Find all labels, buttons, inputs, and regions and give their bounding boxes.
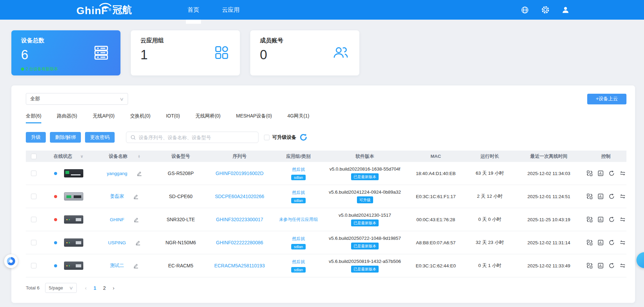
change-password-button[interactable]: 更改密码	[85, 132, 115, 143]
device-name-link[interactable]: USPING	[108, 240, 126, 245]
language-globe-icon[interactable]	[520, 6, 529, 14]
device-name-link[interactable]: 姜磊家	[110, 193, 124, 199]
sort-icon[interactable]: ▲▼	[138, 155, 140, 158]
stat-card-member-accounts[interactable]: 成员账号 0	[250, 30, 359, 75]
replace-device-icon[interactable]	[586, 170, 593, 177]
group-name[interactable]: 然后就	[292, 236, 305, 242]
reboot-icon[interactable]	[608, 170, 615, 177]
replace-device-icon[interactable]	[586, 239, 593, 246]
tab-4g-gateway[interactable]: 4G网关(1)	[287, 113, 309, 123]
group-name[interactable]: 然后就	[292, 259, 305, 265]
delete-unbind-button[interactable]: 删除/解绑	[50, 132, 81, 143]
table-row[interactable]: 测试二 EC-RACM5 ECRACM5A258110193 然后就 sdlan…	[26, 254, 626, 277]
serial-number-link[interactable]: GHINF02019916002D	[215, 171, 263, 176]
software-version: v5.0.build20220816-1638-55d704f	[329, 166, 400, 172]
row-checkbox[interactable]	[31, 194, 36, 199]
row-checkbox[interactable]	[31, 240, 36, 245]
device-name-link[interactable]: 测试二	[110, 263, 124, 269]
row-checkbox[interactable]	[31, 217, 36, 222]
reboot-icon[interactable]	[608, 263, 615, 269]
assistant-logo-icon	[7, 257, 15, 265]
transfer-icon[interactable]	[619, 193, 626, 200]
statistics-icon[interactable]	[597, 193, 604, 200]
tab-wireless-ap[interactable]: 无线AP(0)	[93, 113, 115, 123]
select-all-checkbox[interactable]	[31, 154, 36, 159]
group-tag: sdlan	[291, 198, 306, 203]
replace-device-icon[interactable]	[586, 216, 593, 223]
tab-iot[interactable]: IOT(0)	[166, 113, 180, 123]
stat-title: 成员账号	[260, 37, 350, 44]
floating-assistant-button[interactable]	[4, 254, 18, 268]
group-name[interactable]: 然后就	[292, 190, 305, 196]
software-version: v5.6.build20241224-0924-0b89a32	[329, 190, 401, 195]
table-row[interactable]: yanggang GS-R5208P GHINF02019916002D 然后就…	[26, 162, 626, 185]
replace-device-icon[interactable]	[586, 193, 593, 200]
software-version: v5.0.build20241230-1517	[339, 213, 391, 218]
edit-name-icon[interactable]	[133, 263, 139, 269]
transfer-icon[interactable]	[619, 239, 626, 246]
filter-caret-icon[interactable]: ∨	[80, 154, 84, 159]
tab-wireless-bridge[interactable]: 无线网桥(0)	[196, 113, 221, 123]
last-offline-time: 2025-12-02 11:34:03	[512, 171, 585, 176]
edit-name-icon[interactable]	[133, 193, 139, 199]
device-name-link[interactable]: yanggang	[107, 171, 127, 176]
table-row[interactable]: GHINF SNR320-LTE GHINF320223300017 未参与任何…	[26, 208, 626, 231]
floating-service-button-clipped[interactable]	[636, 252, 644, 268]
tab-meshap[interactable]: MESHAP设备(0)	[236, 113, 272, 123]
category-dropdown[interactable]: 全部 ∨	[26, 93, 128, 105]
upgrade-button[interactable]: 升级	[26, 132, 46, 143]
uptime: 63 天 19 小时	[467, 170, 512, 176]
reboot-icon[interactable]	[608, 216, 615, 223]
upgradable-filter: 可升级设备	[264, 133, 308, 142]
user-account-icon[interactable]	[561, 6, 570, 14]
row-checkbox[interactable]	[31, 171, 36, 176]
edit-name-icon[interactable]	[135, 239, 141, 246]
stat-card-cloud-app-groups[interactable]: 云应用组 1	[131, 30, 240, 75]
table-row[interactable]: 姜磊家 SD-CPE60 SDCPE60A241020266 然后就 sdlan…	[26, 185, 626, 208]
transfer-icon[interactable]	[619, 170, 626, 177]
page-button-1[interactable]: 1	[94, 285, 96, 291]
software-version: v5.6.build20250722-1048-9d19857	[329, 236, 401, 241]
serial-number-link[interactable]: SDCPE60A241020266	[215, 194, 264, 199]
row-checkbox[interactable]	[31, 263, 36, 268]
page-size-select[interactable]: 5/page ∨	[45, 283, 77, 293]
serial-number-link[interactable]: GHINF022222280086	[216, 240, 263, 245]
stat-card-total-devices[interactable]: 设备总数 6 2 台设备有新版本	[11, 30, 120, 75]
new-version-note: 2 台设备有新版本	[21, 66, 58, 72]
nav-tab-cloud-app[interactable]: 云应用	[222, 0, 240, 20]
upgradable-checkbox[interactable]	[264, 135, 270, 140]
mac-address: A8:B8:E0:07:A6:57	[404, 240, 467, 245]
statistics-icon[interactable]	[597, 170, 604, 177]
group-name[interactable]: 未参与任何云应用组	[279, 217, 318, 223]
settings-gear-icon[interactable]	[541, 6, 550, 14]
reboot-icon[interactable]	[608, 193, 615, 200]
nav-icon-group	[520, 0, 570, 20]
statistics-icon[interactable]	[597, 216, 604, 223]
page-button-2[interactable]: 2	[103, 285, 106, 291]
edit-name-icon[interactable]	[136, 170, 142, 176]
device-model: NGR-N150M6	[154, 240, 208, 245]
tab-switch[interactable]: 交换机(0)	[130, 113, 150, 123]
statistics-icon[interactable]	[597, 239, 604, 246]
table-row[interactable]: USPING NGR-N150M6 GHINF022222280086 然后就 …	[26, 231, 626, 254]
edit-name-icon[interactable]	[133, 216, 139, 223]
transfer-icon[interactable]	[619, 216, 626, 223]
app-grid-icon	[214, 44, 230, 61]
serial-number-link[interactable]: ECRACM5A258110193	[214, 263, 265, 268]
add-device-to-cloud-button[interactable]: +设备上云	[587, 94, 626, 104]
statistics-icon[interactable]	[597, 263, 604, 269]
device-search-input[interactable]	[139, 135, 254, 140]
serial-number-link[interactable]: GHINF320223300017	[216, 217, 263, 222]
tab-all[interactable]: 全部(6)	[26, 113, 41, 123]
nav-tab-home[interactable]: 首页	[188, 0, 199, 20]
replace-device-icon[interactable]	[586, 263, 593, 269]
next-page-button[interactable]: ›	[113, 285, 114, 291]
version-badge: 已是最新版本	[351, 173, 379, 180]
device-name-link[interactable]: GHINF	[110, 217, 124, 222]
reboot-icon[interactable]	[608, 239, 615, 246]
transfer-icon[interactable]	[619, 263, 626, 269]
refresh-icon[interactable]	[299, 133, 308, 142]
group-name[interactable]: 然后就	[292, 167, 305, 173]
tab-router[interactable]: 路由器(5)	[57, 113, 77, 123]
prev-page-button[interactable]: ‹	[85, 285, 87, 291]
